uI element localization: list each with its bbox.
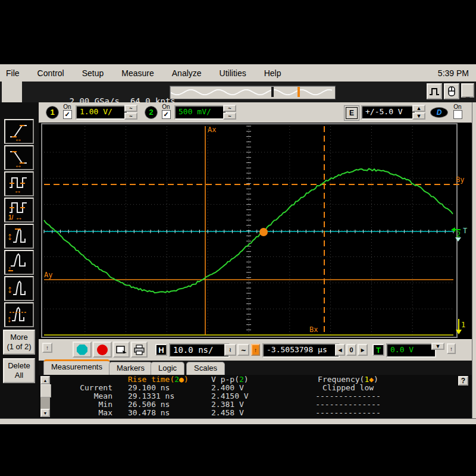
measurement-point-dot[interactable] xyxy=(259,228,268,236)
measurement-column-header[interactable]: V p-p(2) xyxy=(208,375,295,384)
timebase-coarse-button[interactable]: ∼ xyxy=(237,344,249,356)
channel1-scale-up-button[interactable]: ~ xyxy=(124,105,137,112)
measurements-scrollbar[interactable]: ▲ ▼ xyxy=(40,376,50,417)
svg-text:↔: ↔ xyxy=(14,161,22,168)
memory-trigger-marker xyxy=(298,87,300,97)
position-left-button[interactable]: ◀ xyxy=(335,344,345,356)
menu-analyze[interactable]: Analyze xyxy=(163,68,211,78)
measurement-column-header[interactable]: Frequency(1◆) xyxy=(295,375,402,384)
horizontal-menu-button[interactable]: H xyxy=(155,344,167,356)
more-label-line2: (1 of 2) xyxy=(7,342,31,351)
help-button[interactable]: ? xyxy=(458,376,468,386)
trigger-to-center-button[interactable]: ↑ xyxy=(447,343,456,354)
measure-rise-time-button[interactable]: ↔ xyxy=(4,119,34,144)
bottom-tabs: Measurements Markers Logic Scales xyxy=(39,361,472,375)
print-button[interactable] xyxy=(131,342,148,358)
v-amplitude-icon: ↕ xyxy=(7,278,31,299)
measure-vpp-button[interactable]: ↕ xyxy=(4,224,34,249)
tab-logic[interactable]: Logic xyxy=(151,362,184,375)
measure-sidebar: ↔ ↔ ↔ 1/ ↔ xyxy=(0,102,39,418)
mouse-pointer-button[interactable] xyxy=(444,83,459,99)
menu-file[interactable]: File xyxy=(0,68,29,78)
v-average-icon: ↕ xyxy=(7,304,31,325)
down-triangle-icon: ▼ xyxy=(416,114,422,118)
vertical-controls-row: 1 On ✓ 1.00 V/ ~ ∼ 2 On ✓ 500 mV/ ~ ∼ E … xyxy=(39,102,472,123)
timebase-scale-display[interactable]: 10.0 ns/ xyxy=(169,343,230,358)
channel1-scale-display[interactable]: 1.00 V/ xyxy=(76,105,128,120)
channel1-scale-down-button[interactable]: ∼ xyxy=(124,112,137,120)
panel-collapse-button[interactable]: ↑ xyxy=(42,343,52,353)
channel1-on-label: On xyxy=(63,104,71,110)
clock: 5:39 PM xyxy=(438,68,476,78)
status-bar: 2.00 GSa/s64.0 kpts _ xyxy=(0,82,476,102)
menu-measure[interactable]: Measure xyxy=(112,68,162,78)
menu-utilities[interactable]: Utilities xyxy=(211,68,255,78)
channel2-scale-up-button[interactable]: ~ xyxy=(223,105,236,112)
trigger-marker-label: T xyxy=(463,227,467,235)
measure-vamplitude-button[interactable]: ↕ xyxy=(4,276,34,301)
measurement-value: 2.4150 V xyxy=(208,392,295,400)
screen: { "menu": { "items": ["File","Control","… xyxy=(0,0,476,476)
more-measurements-button[interactable]: More (1 of 2) xyxy=(3,330,35,355)
measure-frequency-button[interactable]: 1/ ↔ xyxy=(4,198,34,223)
menu-help[interactable]: Help xyxy=(255,68,290,78)
sine-large-icon: ∼ xyxy=(228,114,231,118)
run-button[interactable] xyxy=(73,342,92,358)
measurement-column-header[interactable]: Rise time(2●) xyxy=(112,375,208,384)
more-label-line1: More xyxy=(10,333,28,342)
timebase-fine-button[interactable]: ≀ xyxy=(224,344,236,356)
measure-period-button[interactable]: ↔ xyxy=(4,171,34,196)
trigger-menu-button[interactable]: T xyxy=(372,344,384,356)
sine-large-icon: ∼ xyxy=(129,114,132,118)
run-icon xyxy=(77,345,87,355)
menu-setup[interactable]: Setup xyxy=(73,68,113,78)
channel2-scale-spinner: ~ ∼ xyxy=(223,105,236,120)
trigger-level-down-button[interactable]: ▼ xyxy=(412,112,425,120)
channel2-scale-display[interactable]: 500 mV/ xyxy=(174,105,227,120)
acquisition-mode-button[interactable] xyxy=(427,83,442,99)
scroll-down-button[interactable]: ▼ xyxy=(40,409,50,417)
channel1-badge[interactable]: 1 xyxy=(46,106,59,119)
screen-copy-button[interactable] xyxy=(113,342,130,358)
measurement-value: 2.400 V xyxy=(208,384,295,392)
trigger-value-down-button[interactable]: ▼ xyxy=(431,343,444,350)
tab-scales[interactable]: Scales xyxy=(186,362,225,375)
trigger-level-display[interactable]: +/-5.0 V xyxy=(361,105,416,120)
scroll-thumb[interactable] xyxy=(40,384,51,397)
measurement-value: -------------- xyxy=(295,409,402,417)
digital-channels-badge[interactable]: D xyxy=(430,107,448,118)
menu-control[interactable]: Control xyxy=(29,68,73,78)
measurement-value: -------------- xyxy=(295,392,402,400)
channel2-badge[interactable]: 2 xyxy=(145,106,158,119)
trigger-level-value-display[interactable]: 0.0 V xyxy=(386,343,436,358)
measure-vaverage-button[interactable]: ↕ xyxy=(4,302,34,327)
tab-measurements[interactable]: Measurements xyxy=(43,359,110,375)
digital-on-checkbox[interactable]: On xyxy=(450,104,465,119)
measurement-row: Max30.478 ns2.458 V-------------- xyxy=(53,409,402,417)
horizontal-position-display[interactable]: -3.5053798 µs xyxy=(262,343,340,358)
channel1-scale-spinner: ~ ∼ xyxy=(124,105,137,120)
memory-bar[interactable] xyxy=(170,86,336,99)
scroll-up-button[interactable]: ▲ xyxy=(40,376,50,384)
channel2-on-checkbox[interactable]: On ✓ xyxy=(159,104,173,119)
position-right-button[interactable]: ▶ xyxy=(358,344,368,356)
position-zero-button[interactable]: 0 xyxy=(346,344,356,356)
waveform-display[interactable]: AxAyBxBy2T1 xyxy=(39,123,471,339)
marker-to-center-button[interactable]: ↑ xyxy=(251,344,260,356)
delete-all-button[interactable]: Delete All xyxy=(3,358,35,383)
stop-button[interactable] xyxy=(93,342,112,358)
external-trigger-button[interactable]: E xyxy=(346,107,358,119)
trigger-level-up-button[interactable]: ▲ xyxy=(412,105,425,112)
measure-fall-time-button[interactable]: ↔ xyxy=(4,145,34,170)
tab-markers[interactable]: Markers xyxy=(109,362,152,375)
measure-vbase-button[interactable]: ↑ xyxy=(4,250,34,275)
channel1-offscreen-label: 1 xyxy=(461,321,465,329)
channel2-scale-down-button[interactable]: ∼ xyxy=(223,112,236,120)
channel1-on-checkbox[interactable]: On ✓ xyxy=(60,104,74,119)
up-triangle-icon: ▲ xyxy=(43,378,48,383)
minimize-button[interactable]: _ xyxy=(461,83,474,98)
menu-bar: File Control Setup Measure Analyze Utili… xyxy=(0,64,476,82)
memory-bar-graphic xyxy=(170,86,334,98)
rise-time-icon: ↔ xyxy=(7,121,31,142)
measurements-header-row: Rise time(2●)V p-p(2)Frequency(1◆) xyxy=(53,375,402,384)
